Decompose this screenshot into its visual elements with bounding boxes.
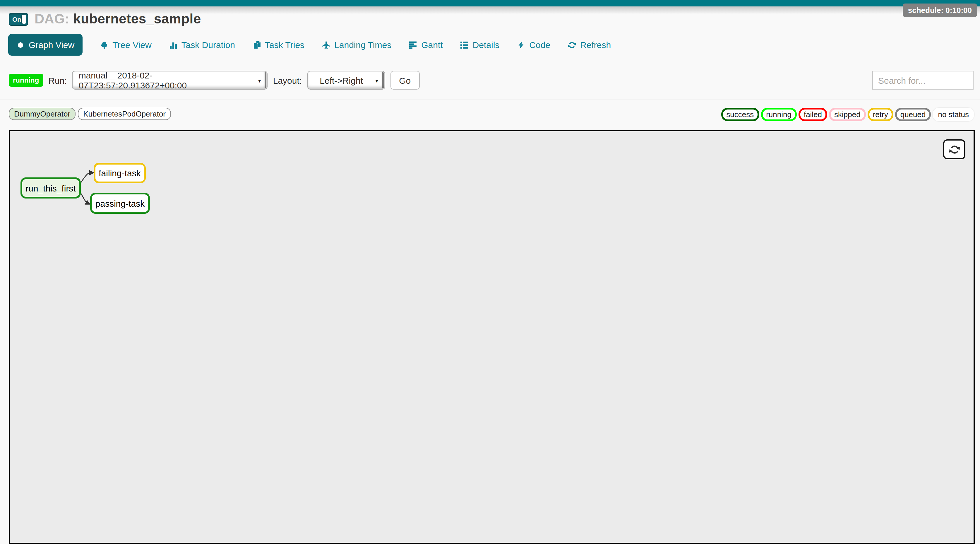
status-pill-running: running <box>761 108 797 121</box>
tab-label: Tree View <box>112 40 151 50</box>
task-node-passing-task[interactable]: passing-task <box>90 192 150 214</box>
refresh-icon <box>568 41 576 49</box>
tab-label: Gantt <box>421 40 442 50</box>
toggle-knob <box>22 14 26 24</box>
task-node-run-this-first[interactable]: run_this_first <box>21 177 81 199</box>
status-pill-no-status: no status <box>932 108 974 121</box>
status-pill-retry: retry <box>868 108 893 121</box>
graph-canvas[interactable]: run_this_first failing-task passing-task <box>9 130 975 544</box>
tab-label: Refresh <box>580 40 611 50</box>
bar-chart-icon <box>169 41 177 49</box>
dag-name: kubernetes_sample <box>73 11 201 26</box>
layout-select-value: Left->Right <box>320 75 363 85</box>
toggle-on-label: On <box>12 16 21 22</box>
tab-label: Details <box>473 40 500 50</box>
status-pill-skipped: skipped <box>829 108 866 121</box>
layout-label: Layout: <box>273 75 302 85</box>
tree-icon <box>100 41 108 49</box>
tab-label: Task Tries <box>265 40 304 50</box>
status-pill-success: success <box>721 108 759 121</box>
dag-prefix-label: DAG: <box>35 11 69 26</box>
tab-landing-times[interactable]: Landing Times <box>322 40 391 50</box>
list-icon <box>460 41 469 49</box>
run-select-value: manual__2018-02-07T23:57:20.913672+00:00 <box>79 70 252 90</box>
layout-select[interactable]: Left->Right <box>307 71 385 90</box>
tab-graph-view[interactable]: Graph View <box>8 34 83 56</box>
tab-task-tries[interactable]: Task Tries <box>253 40 304 50</box>
dag-header: On DAG: kubernetes_sample <box>0 11 980 27</box>
tab-task-duration[interactable]: Task Duration <box>169 40 235 50</box>
section-divider <box>0 100 980 100</box>
dagrun-state-badge: running <box>9 74 43 87</box>
tab-tree-view[interactable]: Tree View <box>100 40 151 50</box>
status-pill-queued: queued <box>895 108 931 121</box>
graph-refresh-button[interactable] <box>943 139 966 159</box>
tab-label: Task Duration <box>181 40 235 50</box>
operator-pill-kubernetespod: KubernetesPodOperator <box>78 108 171 120</box>
status-legend: success running failed skipped retry que… <box>721 108 974 121</box>
run-controls: running Run: manual__2018-02-07T23:57:20… <box>9 71 980 90</box>
bolt-icon <box>517 41 525 49</box>
select-edge-bar <box>265 72 267 88</box>
run-select[interactable]: manual__2018-02-07T23:57:20.913672+00:00 <box>72 71 268 90</box>
tab-label: Landing Times <box>334 40 391 50</box>
tab-code[interactable]: Code <box>517 40 550 50</box>
operator-legend: DummyOperator KubernetesPodOperator <box>9 108 171 120</box>
dag-on-off-toggle[interactable]: On <box>9 13 28 25</box>
view-tabs: Graph View Tree View Task Duration Task … <box>8 34 980 56</box>
search-input[interactable] <box>872 71 974 90</box>
airflow-dag-page: On DAG: kubernetes_sample schedule: 0:10… <box>0 0 980 544</box>
legend-row: DummyOperator KubernetesPodOperator succ… <box>9 108 974 121</box>
refresh-icon <box>949 144 960 155</box>
align-left-icon <box>409 41 417 49</box>
page-title: DAG: kubernetes_sample <box>35 11 201 27</box>
navbar-strip <box>0 0 980 6</box>
sunburst-icon <box>16 41 25 49</box>
copy-icon <box>253 41 261 49</box>
operator-pill-dummy: DummyOperator <box>9 108 76 120</box>
run-label: Run: <box>48 75 67 85</box>
tab-gantt[interactable]: Gantt <box>409 40 442 50</box>
tab-details[interactable]: Details <box>460 40 500 50</box>
tab-label: Graph View <box>29 40 74 50</box>
task-node-failing-task[interactable]: failing-task <box>94 163 146 183</box>
schedule-badge: schedule: 0:10:00 <box>903 3 977 17</box>
select-edge-bar <box>382 72 384 88</box>
go-button[interactable]: Go <box>390 71 420 90</box>
status-pill-failed: failed <box>799 108 827 121</box>
tab-refresh[interactable]: Refresh <box>568 40 611 50</box>
tab-label: Code <box>529 40 550 50</box>
plane-icon <box>322 41 330 49</box>
